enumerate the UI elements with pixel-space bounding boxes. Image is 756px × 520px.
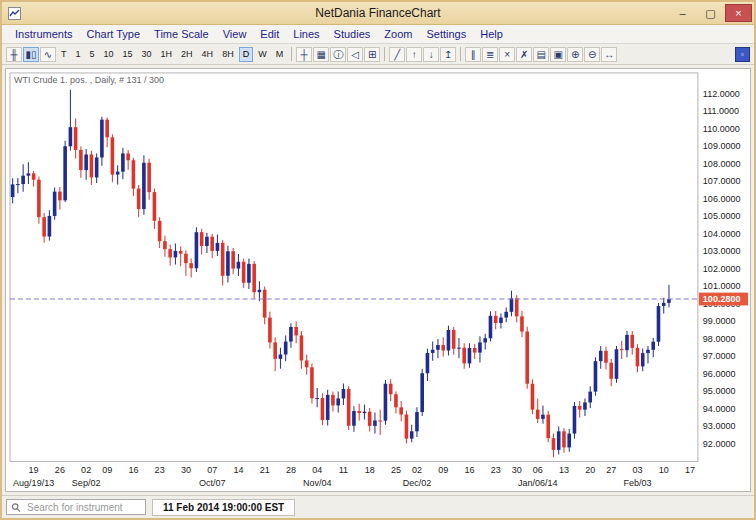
menu-view[interactable]: View (216, 27, 254, 41)
svg-text:100.2800: 100.2800 (703, 295, 741, 305)
toolbar-items: ╫▮▯∿T151015301H2H4H8HDWM┼▦ⓘ◁⊞╱↑↓↥∥≣×✗▤▣⊕… (6, 47, 731, 62)
svg-text:Sep/02: Sep/02 (72, 478, 101, 488)
arrow-up-icon[interactable]: ↑ (406, 47, 422, 62)
arrow-down-icon[interactable]: ↓ (423, 47, 439, 62)
timescale-weekly[interactable]: W (254, 47, 271, 62)
timescale-monthly[interactable]: M (272, 47, 288, 62)
svg-text:108.0000: 108.0000 (703, 159, 741, 169)
title-bar: NetDania FinanceChart – ▢ × (2, 2, 754, 25)
svg-text:97.0000: 97.0000 (703, 351, 736, 361)
menu-bar: InstrumentsChart TypeTime ScaleViewEditL… (2, 25, 754, 44)
announcement-icon[interactable]: ◁ (347, 47, 363, 62)
toolbar-separator (384, 47, 385, 61)
svg-text:23: 23 (155, 465, 165, 475)
toolbar-separator (460, 47, 461, 61)
menu-time-scale[interactable]: Time Scale (147, 27, 216, 41)
line-chart-icon[interactable]: ∿ (40, 47, 56, 62)
candlestick-icon[interactable]: ▮▯ (23, 47, 39, 62)
svg-text:06: 06 (533, 465, 543, 475)
svg-text:105.0000: 105.0000 (703, 211, 741, 221)
svg-text:10: 10 (659, 465, 669, 475)
svg-text:30: 30 (181, 465, 191, 475)
svg-text:96.0000: 96.0000 (703, 369, 736, 379)
parallel-channel-icon[interactable]: ∥ (465, 47, 481, 62)
search-icon (11, 502, 21, 513)
maximize-button[interactable]: ▢ (697, 4, 724, 22)
svg-text:103.0000: 103.0000 (703, 246, 741, 256)
timescale-15m[interactable]: 15 (119, 47, 137, 62)
svg-text:16: 16 (464, 465, 474, 475)
menu-instruments[interactable]: Instruments (8, 27, 79, 41)
svg-text:04: 04 (312, 465, 322, 475)
toolbar-separator (291, 47, 292, 61)
svg-text:11: 11 (339, 465, 348, 475)
svg-text:30: 30 (512, 465, 522, 475)
close-button[interactable]: × (725, 4, 752, 22)
fibonacci-icon[interactable]: ≣ (482, 47, 498, 62)
svg-text:14: 14 (233, 465, 243, 475)
timescale-daily[interactable]: D (239, 47, 254, 62)
timescale-10m[interactable]: 10 (100, 47, 118, 62)
svg-text:98.0000: 98.0000 (703, 334, 736, 344)
svg-text:20: 20 (585, 465, 595, 475)
svg-text:Feb/03: Feb/03 (623, 478, 651, 488)
svg-text:104.0000: 104.0000 (703, 229, 741, 239)
svg-text:Jan/06/14: Jan/06/14 (518, 478, 558, 488)
print-icon[interactable]: ▤ (533, 47, 549, 62)
svg-text:109.0000: 109.0000 (703, 141, 741, 151)
trend-line-icon[interactable]: ╱ (389, 47, 405, 62)
toolbar: ╫▮▯∿T151015301H2H4H8HDWM┼▦ⓘ◁⊞╱↑↓↥∥≣×✗▤▣⊕… (2, 44, 754, 65)
measure-icon[interactable]: ↔ (601, 47, 617, 62)
svg-text:111.0000: 111.0000 (703, 106, 739, 116)
info-icon[interactable]: ⓘ (330, 47, 346, 62)
timescale-8h[interactable]: 8H (218, 47, 238, 62)
timescale-2h[interactable]: 2H (177, 47, 197, 62)
instrument-label: WTI Crude 1. pos. , Daily, # 131 / 300 (14, 75, 164, 85)
window-controls: – ▢ × (668, 4, 752, 22)
timescale-tick[interactable]: T (57, 47, 71, 62)
price-marker-icon[interactable]: ↥ (440, 47, 456, 62)
panel-dock-icon[interactable]: ▫ (735, 47, 750, 62)
svg-text:03: 03 (632, 465, 642, 475)
menu-lines[interactable]: Lines (286, 27, 326, 41)
svg-text:106.0000: 106.0000 (703, 194, 741, 204)
grid-icon[interactable]: ▦ (313, 47, 329, 62)
menu-edit[interactable]: Edit (253, 27, 286, 41)
svg-text:07: 07 (207, 465, 217, 475)
zoom-out-icon[interactable]: ⊖ (584, 47, 600, 62)
app-window: NetDania FinanceChart – ▢ × InstrumentsC… (0, 0, 756, 520)
svg-text:02: 02 (81, 465, 91, 475)
svg-text:107.0000: 107.0000 (703, 176, 741, 186)
svg-text:16: 16 (128, 465, 138, 475)
search-input[interactable] (25, 501, 141, 514)
timescale-1m[interactable]: 1 (72, 47, 85, 62)
ohlc-bars-icon[interactable]: ╫ (6, 47, 22, 62)
delete-last-icon[interactable]: × (499, 47, 515, 62)
add-study-icon[interactable]: ⊞ (364, 47, 380, 62)
status-bar: 11 Feb 2014 19:00:00 EST (2, 495, 754, 518)
timescale-1h[interactable]: 1H (157, 47, 177, 62)
menu-help[interactable]: Help (473, 27, 510, 41)
menu-chart-type[interactable]: Chart Type (79, 27, 147, 41)
zoom-area-icon[interactable]: ▣ (550, 47, 566, 62)
app-icon (7, 6, 21, 20)
zoom-in-icon[interactable]: ⊕ (567, 47, 583, 62)
delete-all-icon[interactable]: ✗ (516, 47, 532, 62)
svg-text:26: 26 (55, 465, 65, 475)
menu-zoom[interactable]: Zoom (377, 27, 419, 41)
instrument-search[interactable] (6, 499, 146, 515)
crosshair-icon[interactable]: ┼ (296, 47, 312, 62)
timescale-4h[interactable]: 4H (198, 47, 218, 62)
timescale-5m[interactable]: 5 (86, 47, 99, 62)
minimize-button[interactable]: – (669, 4, 696, 22)
menu-settings[interactable]: Settings (419, 27, 473, 41)
svg-text:110.0000: 110.0000 (703, 124, 740, 134)
svg-text:23: 23 (491, 465, 501, 475)
svg-text:Dec/02: Dec/02 (403, 478, 432, 488)
svg-text:Nov/04: Nov/04 (303, 478, 332, 488)
timescale-30m[interactable]: 30 (138, 47, 156, 62)
svg-text:27: 27 (606, 465, 616, 475)
svg-text:18: 18 (365, 465, 375, 475)
menu-studies[interactable]: Studies (327, 27, 378, 41)
price-chart[interactable]: 92.000093.000094.000095.000096.000097.00… (6, 69, 750, 491)
